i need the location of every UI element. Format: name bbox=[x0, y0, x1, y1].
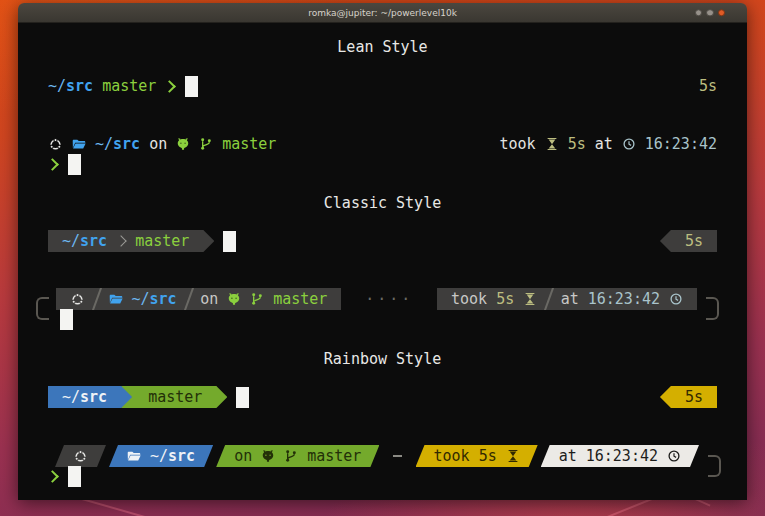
powerline-segment-context: ~/src on master bbox=[56, 288, 341, 310]
took-label: took bbox=[500, 135, 536, 153]
command-duration: 5s bbox=[699, 77, 717, 95]
github-octocat-icon bbox=[227, 292, 241, 306]
cursor-block bbox=[185, 76, 198, 97]
chevron-right-icon bbox=[163, 80, 176, 93]
section-title-text: Classic Style bbox=[324, 194, 441, 212]
current-time: 16:23:42 bbox=[588, 290, 660, 308]
git-branch-name: master bbox=[135, 232, 189, 250]
cursor-block bbox=[68, 154, 81, 175]
on-label: on bbox=[149, 135, 167, 153]
window-controls bbox=[695, 9, 726, 17]
command-duration: 5s bbox=[479, 447, 497, 465]
hourglass-icon bbox=[506, 449, 520, 463]
rainbow-prompt-input-line bbox=[48, 465, 717, 487]
at-label: at bbox=[559, 447, 577, 465]
chevron-separator-icon bbox=[115, 235, 126, 246]
current-directory: ~/src bbox=[62, 232, 107, 250]
lean-prompt-two-line: ~/src on master took 5s at bbox=[48, 133, 717, 155]
terminal[interactable]: Lean Style ~/src master 5s bbox=[18, 23, 747, 500]
desktop-wallpaper: romka@jupiter: ~/powerlevel10k Lean Styl… bbox=[0, 0, 765, 516]
hourglass-icon bbox=[545, 137, 559, 151]
current-directory: ~/src bbox=[132, 290, 177, 308]
section-title-text: Rainbow Style bbox=[324, 350, 441, 368]
git-branch-icon bbox=[199, 137, 213, 151]
powerline-segment-branch: master bbox=[121, 386, 227, 408]
current-directory: ~/src bbox=[62, 388, 107, 406]
gap-filler-line bbox=[393, 455, 401, 457]
powerline-segment-branch: on master bbox=[216, 445, 379, 467]
window-title: romka@jupiter: ~/powerlevel10k bbox=[308, 8, 457, 18]
powerline-segment-path: ~/src bbox=[48, 386, 132, 408]
slash-separator bbox=[91, 288, 102, 310]
git-branch-name: master bbox=[273, 290, 327, 308]
on-label: on bbox=[234, 447, 252, 465]
clock-icon bbox=[667, 449, 681, 463]
folder-icon bbox=[72, 137, 86, 151]
prompt-frame-right bbox=[706, 297, 719, 320]
rainbow-prompt-two-line: ~/src on master took bbox=[55, 445, 699, 467]
section-title-classic: Classic Style bbox=[18, 192, 747, 214]
current-directory: ~/src bbox=[95, 135, 140, 153]
powerline-segment-duration: 5s bbox=[660, 230, 717, 252]
powerline-segment-status: took 5s at 16:23:42 bbox=[437, 288, 697, 310]
clock-icon bbox=[622, 137, 636, 151]
folder-icon bbox=[109, 292, 123, 306]
section-title-rainbow: Rainbow Style bbox=[18, 348, 747, 370]
on-label: on bbox=[200, 290, 218, 308]
cursor-block bbox=[223, 231, 236, 252]
chevron-right-icon bbox=[46, 470, 59, 483]
took-label: took bbox=[451, 290, 487, 308]
section-title-text: Lean Style bbox=[337, 38, 427, 56]
gap-filler-dots: ···· bbox=[350, 290, 428, 308]
git-branch-name: master bbox=[102, 77, 156, 95]
git-branch-icon bbox=[250, 292, 264, 306]
github-octocat-icon bbox=[176, 137, 190, 151]
clock-icon bbox=[669, 292, 683, 306]
command-duration: 5s bbox=[496, 290, 514, 308]
ubuntu-logo-icon bbox=[70, 292, 85, 307]
github-octocat-icon bbox=[261, 449, 275, 463]
powerline-segment-duration: 5s bbox=[660, 386, 717, 408]
current-directory: ~/src bbox=[48, 77, 93, 95]
powerline-segment-duration: took 5s bbox=[416, 445, 538, 467]
took-label: took bbox=[434, 447, 470, 465]
git-branch-icon bbox=[284, 449, 298, 463]
at-label: at bbox=[595, 135, 613, 153]
ubuntu-logo-icon bbox=[48, 137, 63, 152]
at-label: at bbox=[561, 290, 579, 308]
minimize-button[interactable] bbox=[695, 9, 703, 17]
prompt-frame-left bbox=[36, 297, 49, 320]
powerline-segment-path: ~/src bbox=[109, 445, 213, 467]
powerline-segment-path: ~/src master bbox=[48, 230, 214, 252]
git-branch-name: master bbox=[307, 447, 361, 465]
classic-prompt-two-line: ~/src on master ···· took 5 bbox=[56, 288, 697, 310]
rainbow-prompt-one-line: ~/src master 5s bbox=[48, 386, 717, 408]
window-titlebar[interactable]: romka@jupiter: ~/powerlevel10k bbox=[18, 3, 747, 23]
lean-prompt-one-line: ~/src master 5s bbox=[48, 75, 717, 97]
command-duration: 5s bbox=[685, 232, 703, 250]
maximize-button[interactable] bbox=[706, 9, 714, 17]
hourglass-icon bbox=[523, 292, 537, 306]
close-button[interactable] bbox=[718, 9, 726, 17]
current-time: 16:23:42 bbox=[645, 135, 717, 153]
cursor-block bbox=[60, 309, 73, 330]
powerline-segment-os bbox=[55, 445, 106, 467]
classic-prompt-one-line: ~/src master 5s bbox=[48, 230, 717, 252]
terminal-window: romka@jupiter: ~/powerlevel10k Lean Styl… bbox=[18, 3, 747, 500]
section-title-lean: Lean Style bbox=[18, 36, 747, 58]
lean-prompt-input-line bbox=[48, 153, 717, 175]
powerline-segment-time: at 16:23:42 bbox=[541, 445, 699, 467]
command-duration: 5s bbox=[568, 135, 586, 153]
cursor-block bbox=[68, 466, 81, 487]
current-time: 16:23:42 bbox=[586, 447, 658, 465]
slash-separator bbox=[183, 288, 194, 310]
classic-prompt-input-line bbox=[60, 308, 73, 330]
cursor-block bbox=[236, 387, 249, 408]
current-directory: ~/src bbox=[150, 447, 195, 465]
git-branch-name: master bbox=[222, 135, 276, 153]
ubuntu-logo-icon bbox=[73, 449, 88, 464]
slash-separator bbox=[543, 288, 554, 310]
command-duration: 5s bbox=[685, 388, 703, 406]
chevron-right-icon bbox=[46, 158, 59, 171]
folder-icon bbox=[127, 449, 141, 463]
